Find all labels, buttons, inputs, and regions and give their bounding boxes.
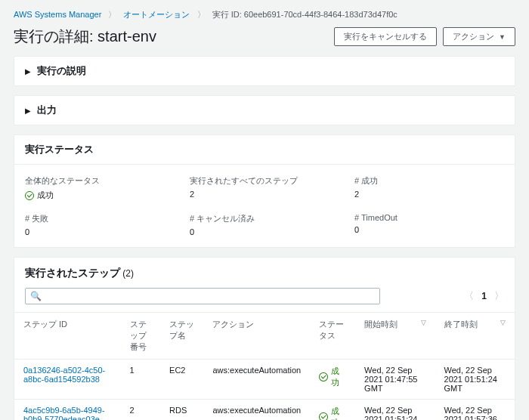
section-output-title: 出力: [37, 103, 57, 117]
section-description[interactable]: ▶ 実行の説明: [14, 57, 515, 85]
section-description-title: 実行の説明: [37, 64, 86, 78]
table-row: 4ac5c9b9-6a5b-4949-b0b9-5770edeac03e2RDS…: [14, 399, 515, 420]
cancelled-count-value: 0: [190, 227, 339, 236]
cell-status: 成功: [310, 399, 355, 420]
step-id-link[interactable]: 0a136246-a502-4c50-a8bc-6ad154592b38: [23, 366, 105, 384]
cell-end: Wed, 22 Sep 2021 01:57:36 GMT: [435, 399, 515, 420]
timedout-count-label: # TimedOut: [354, 213, 504, 222]
chevron-right-icon: ▶: [25, 107, 31, 115]
cell-status: 成功: [310, 359, 355, 399]
overall-status-value: 成功: [25, 190, 54, 201]
success-count-value: 2: [354, 190, 504, 199]
success-icon: [319, 412, 327, 421]
success-count-label: # 成功: [354, 175, 504, 187]
breadcrumb-automation[interactable]: オートメーション: [123, 10, 190, 19]
col-end[interactable]: 終了時刻▽: [435, 312, 515, 359]
cell-step-num: 1: [121, 359, 160, 399]
step-id-link[interactable]: 4ac5c9b9-6a5b-4949-b0b9-5770edeac03e: [23, 406, 105, 421]
search-input-wrapper[interactable]: 🔍: [25, 288, 380, 304]
search-icon: 🔍: [30, 291, 42, 301]
steps-table: ステップ ID ステップ番号 ステップ名 アクション ステータス 開始時刻▽ 終…: [14, 312, 515, 421]
cancel-execution-button[interactable]: 実行をキャンセルする: [334, 27, 437, 46]
overall-status-label: 全体的なステータス: [25, 175, 175, 187]
success-icon: [25, 191, 34, 200]
all-steps-label: 実行されたすべてのステップ: [190, 175, 339, 187]
cell-end: Wed, 22 Sep 2021 01:51:24 GMT: [435, 359, 515, 399]
page-number: 1: [481, 291, 487, 301]
section-status-title: 実行ステータス: [25, 143, 94, 156]
col-action[interactable]: アクション: [203, 312, 310, 359]
cell-action: aws:executeAutomation: [203, 359, 310, 399]
section-output[interactable]: ▶ 出力: [14, 96, 515, 125]
search-input[interactable]: [45, 292, 375, 301]
timedout-count-value: 0: [354, 225, 504, 234]
success-icon: [319, 372, 327, 381]
cell-action: aws:executeAutomation: [203, 399, 310, 420]
col-step-id[interactable]: ステップ ID: [14, 312, 121, 359]
next-page-button[interactable]: 〉: [494, 289, 504, 303]
section-status: 実行ステータス: [14, 135, 515, 164]
sort-icon: ▽: [421, 319, 426, 326]
chevron-right-icon: 〉: [108, 9, 116, 20]
cell-start: Wed, 22 Sep 2021 01:51:24 GMT: [355, 399, 435, 420]
actions-dropdown[interactable]: アクション ▼: [443, 27, 515, 46]
sort-icon: ▽: [500, 319, 506, 326]
page-title: 実行の詳細: start-env: [14, 26, 328, 47]
prev-page-button[interactable]: 〈: [464, 289, 474, 303]
col-status[interactable]: ステータス: [310, 312, 355, 359]
failed-count-value: 0: [25, 227, 175, 236]
col-start[interactable]: 開始時刻▽: [355, 312, 435, 359]
failed-count-label: # 失敗: [25, 213, 175, 224]
chevron-right-icon: 〉: [197, 9, 206, 20]
caret-down-icon: ▼: [499, 33, 506, 41]
all-steps-value: 2: [190, 190, 339, 199]
section-steps-title: 実行されたステップ: [25, 267, 120, 279]
actions-label: アクション: [453, 31, 494, 42]
cell-step-name: EC2: [160, 359, 203, 399]
breadcrumb: AWS Systems Manager 〉 オートメーション 〉 実行 ID: …: [14, 9, 515, 20]
cell-step-name: RDS: [160, 399, 203, 420]
chevron-right-icon: ▶: [25, 67, 31, 76]
col-step-name[interactable]: ステップ名: [160, 312, 203, 359]
breadcrumb-root[interactable]: AWS Systems Manager: [14, 10, 101, 19]
col-step-num[interactable]: ステップ番号: [121, 312, 160, 359]
cancelled-count-label: # キャンセル済み: [190, 213, 339, 224]
cell-start: Wed, 22 Sep 2021 01:47:55 GMT: [355, 359, 435, 399]
table-row: 0a136246-a502-4c50-a8bc-6ad154592b381EC2…: [14, 359, 515, 399]
pagination: 〈 1 〉: [464, 289, 504, 303]
steps-count: (2): [122, 268, 134, 279]
cell-step-num: 2: [121, 399, 160, 420]
breadcrumb-current: 実行 ID: 60eeb691-70cd-44f3-8464-183d73d47…: [212, 10, 398, 19]
